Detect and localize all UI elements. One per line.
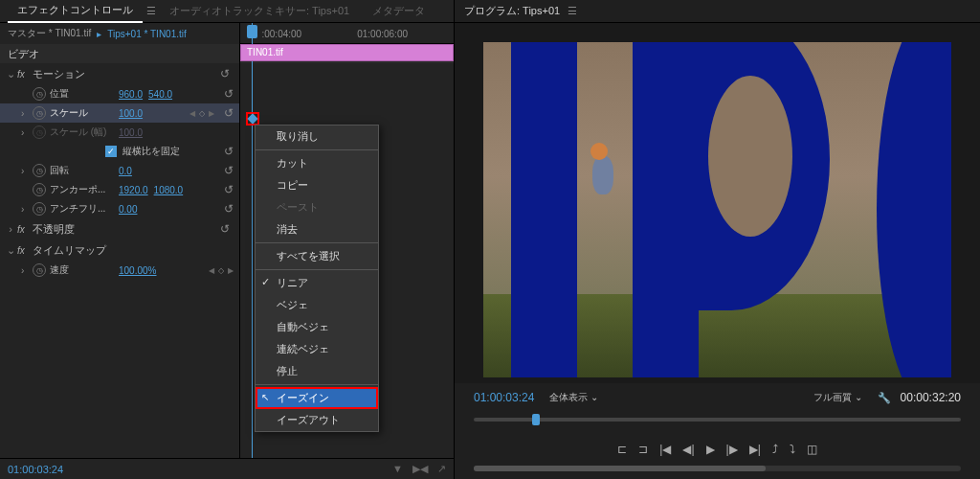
playhead-line — [252, 23, 253, 473]
extract-icon[interactable]: ⤵ — [790, 443, 795, 456]
rotation-value[interactable]: 0.0 — [119, 166, 132, 176]
mark-out-icon[interactable]: ⊐ — [638, 443, 648, 456]
scrub-thumb[interactable] — [532, 414, 540, 425]
duration-time: 00:00:32:20 — [901, 391, 961, 404]
menu-linear[interactable]: ✓リニア — [256, 272, 378, 294]
reset-icon[interactable]: ↺ — [224, 87, 234, 101]
menu-cut[interactable]: カット — [256, 152, 378, 174]
current-time[interactable]: 01:00:03:24 — [474, 391, 534, 404]
settings-icon[interactable]: 🔧 — [878, 392, 891, 404]
timeline-ruler[interactable] — [240, 23, 454, 44]
go-to-out-icon[interactable]: ▶| — [749, 443, 761, 456]
lift-icon[interactable]: ⤴ — [772, 443, 778, 456]
antiflicker-value[interactable]: 0.00 — [119, 204, 137, 215]
expand-icon[interactable]: › — [4, 223, 17, 235]
speed-value[interactable]: 100.00% — [119, 265, 156, 276]
export-icon[interactable]: ↗ — [437, 463, 446, 475]
menu-auto-bezier[interactable]: 自動ベジェ — [256, 316, 378, 338]
position-y-value[interactable]: 540.0 — [148, 89, 172, 100]
panel-tab-bar: エフェクトコントロール ☰ オーディオトラックミキサー: Tips+01 メタデ… — [0, 0, 454, 23]
menu-ease-out[interactable]: イーズアウト — [256, 409, 378, 431]
zoom-bar[interactable] — [455, 464, 980, 479]
menu-undo[interactable]: 取り消し — [256, 125, 378, 148]
text-overlay — [511, 42, 576, 377]
panel-menu-icon[interactable]: ☰ — [568, 5, 577, 17]
keyframe-marker[interactable] — [246, 112, 259, 125]
prop-position[interactable]: ◷ 位置 960.0 540.0 ↺ — [0, 84, 239, 103]
step-forward-icon[interactable]: |▶ — [726, 443, 738, 456]
breadcrumb-sep: ▸ — [97, 29, 101, 39]
menu-hold[interactable]: 停止 — [256, 360, 378, 382]
zoom-thumb[interactable] — [474, 466, 766, 471]
bottom-status-bar: 01:00:03:24 ▼ ▶◀ ↗ — [0, 458, 454, 479]
panel-menu-icon[interactable]: ☰ — [146, 5, 156, 17]
cursor-icon: ↖ — [261, 392, 269, 402]
anchor-y-value[interactable]: 1080.0 — [154, 185, 184, 195]
reset-icon[interactable]: ↺ — [224, 164, 234, 177]
expand-icon[interactable]: › — [21, 108, 33, 119]
reset-icon[interactable]: ↺ — [220, 67, 230, 80]
stopwatch-icon[interactable]: ◷ — [33, 164, 46, 177]
menu-select-all[interactable]: すべてを選択 — [256, 245, 378, 267]
step-back-icon[interactable]: ◀| — [682, 443, 694, 456]
position-x-value[interactable]: 960.0 — [119, 89, 143, 100]
prev-keyframe-icon[interactable]: ◀ — [189, 109, 195, 118]
reset-icon[interactable]: ↺ — [224, 145, 234, 158]
go-to-in-icon[interactable]: |◀ — [659, 443, 671, 456]
program-monitor[interactable] — [455, 23, 980, 383]
reset-icon[interactable]: ↺ — [224, 106, 234, 120]
menu-bezier[interactable]: ベジェ — [256, 294, 378, 316]
menu-cont-bezier[interactable]: 連続ベジェ — [256, 338, 378, 360]
toggle-icon[interactable]: ▶◀ — [412, 463, 428, 475]
quality-dropdown[interactable]: フル画質 ⌄ — [808, 389, 868, 406]
fx-motion[interactable]: ⌄ fx モーション ↺ — [0, 63, 239, 84]
fx-badge-icon: fx — [17, 69, 33, 80]
stopwatch-icon[interactable]: ◷ — [33, 263, 46, 277]
anchor-x-value[interactable]: 1920.0 — [119, 185, 148, 195]
prop-scale[interactable]: › ◷ スケール 100.0 ◀ ◇ ▶ ↺ — [0, 103, 239, 123]
expand-icon[interactable]: ⌄ — [4, 68, 17, 80]
menu-copy[interactable]: コピー — [256, 174, 378, 196]
add-keyframe-icon[interactable]: ◇ — [218, 266, 224, 275]
expand-icon[interactable]: ⌄ — [4, 244, 17, 257]
stopwatch-icon[interactable]: ◷ — [33, 183, 46, 196]
prop-speed[interactable]: › ◷ 速度 100.00% ◀ ◇ ▶ — [0, 261, 239, 280]
menu-clear[interactable]: 消去 — [256, 218, 378, 240]
fx-opacity[interactable]: › fx 不透明度 ↺ — [0, 218, 239, 240]
tab-effect-controls[interactable]: エフェクトコントロール — [8, 0, 143, 23]
stopwatch-icon[interactable]: ◷ — [33, 87, 46, 101]
add-keyframe-icon[interactable]: ◇ — [199, 109, 205, 118]
next-keyframe-icon[interactable]: ▶ — [228, 266, 234, 275]
play-icon[interactable]: ▶ — [706, 443, 715, 456]
prop-anchor[interactable]: ◷ アンカーポ... 1920.0 1080.0 ↺ — [0, 180, 239, 199]
filter-icon[interactable]: ▼ — [392, 463, 403, 475]
prop-scale-width: › ◷ スケール (幅) 100.0 — [0, 123, 239, 142]
lock-aspect-row[interactable]: ✓ 縦横比を固定 ↺ — [0, 142, 239, 161]
check-icon: ✓ — [261, 276, 270, 288]
fx-timeremap[interactable]: ⌄ fx タイムリマップ — [0, 240, 239, 261]
mark-in-icon[interactable]: ⊏ — [617, 443, 627, 456]
program-tab[interactable]: プログラム: Tips+01 ☰ — [455, 0, 980, 23]
stopwatch-icon[interactable]: ◷ — [33, 202, 46, 216]
export-frame-icon[interactable]: ◫ — [807, 443, 817, 456]
scrub-bar[interactable] — [455, 412, 980, 435]
viewer-controls: 01:00:03:24 全体表示 ⌄ フル画質 ⌄ 🔧 00:00:32:20 — [455, 383, 980, 412]
prev-keyframe-icon[interactable]: ◀ — [209, 266, 214, 275]
prop-antiflicker[interactable]: › ◷ アンチフリ... 0.00 ↺ — [0, 199, 239, 218]
context-menu: 取り消し カット コピー ペースト 消去 すべてを選択 ✓リニア ベジェ 自動ベ… — [255, 125, 379, 432]
scale-value[interactable]: 100.0 — [119, 108, 143, 119]
breadcrumb-current[interactable]: Tips+01 * TIN01.tif — [107, 29, 187, 39]
reset-icon[interactable]: ↺ — [220, 222, 230, 236]
reset-icon[interactable]: ↺ — [224, 183, 234, 196]
stopwatch-icon[interactable]: ◷ — [33, 106, 46, 120]
next-keyframe-icon[interactable]: ▶ — [209, 109, 214, 118]
prop-rotation[interactable]: › ◷ 回転 0.0 ↺ — [0, 161, 239, 180]
clip-bar[interactable]: TIN01.tif — [240, 44, 454, 61]
reset-icon[interactable]: ↺ — [224, 202, 234, 216]
fit-dropdown[interactable]: 全体表示 ⌄ — [544, 389, 604, 406]
menu-ease-in[interactable]: ↖イーズイン — [256, 387, 378, 409]
tab-audio-mixer[interactable]: オーディオトラックミキサー: Tips+01 — [160, 0, 359, 22]
playhead-time[interactable]: 01:00:03:24 — [8, 464, 63, 475]
tab-metadata[interactable]: メタデータ — [363, 0, 434, 22]
checkbox-checked-icon[interactable]: ✓ — [105, 146, 117, 157]
